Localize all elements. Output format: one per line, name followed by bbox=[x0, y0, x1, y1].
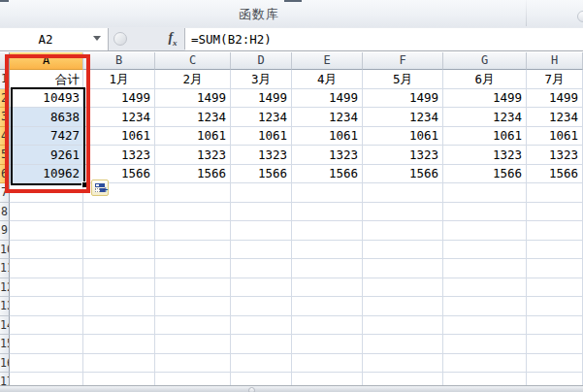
row-header-6[interactable]: 6 bbox=[0, 165, 10, 183]
cell-H7[interactable] bbox=[527, 183, 583, 203]
name-box-dropdown-icon[interactable] bbox=[93, 36, 101, 41]
cell-E15[interactable] bbox=[292, 335, 363, 354]
cell-E14[interactable] bbox=[292, 316, 363, 335]
cell-B10[interactable] bbox=[83, 241, 155, 259]
cell-D16[interactable] bbox=[231, 354, 292, 373]
cell-G7[interactable] bbox=[443, 183, 527, 203]
cell-C6[interactable]: 1566 bbox=[155, 165, 231, 183]
cell-G6[interactable]: 1566 bbox=[443, 165, 527, 183]
cell-H6[interactable]: 1566 bbox=[527, 165, 583, 183]
cell-D17[interactable] bbox=[231, 373, 292, 385]
cell-A14[interactable] bbox=[10, 316, 83, 335]
cell-C11[interactable] bbox=[155, 259, 231, 278]
cell-A16[interactable] bbox=[10, 354, 83, 373]
cell-C12[interactable] bbox=[155, 278, 231, 297]
cell-F4[interactable]: 1061 bbox=[363, 127, 443, 146]
cell-H16[interactable] bbox=[527, 354, 583, 373]
cell-D12[interactable] bbox=[231, 278, 292, 297]
cell-A3[interactable]: 8638 bbox=[10, 108, 83, 127]
cell-D5[interactable]: 1323 bbox=[231, 146, 292, 165]
cell-H12[interactable] bbox=[527, 278, 583, 297]
cell-C7[interactable] bbox=[155, 183, 231, 203]
fill-handle[interactable] bbox=[81, 181, 87, 187]
cell-C10[interactable] bbox=[155, 241, 231, 259]
dialog-launcher-icon[interactable] bbox=[577, 11, 583, 22]
cell-G16[interactable] bbox=[443, 354, 527, 373]
cell-F3[interactable]: 1234 bbox=[363, 108, 443, 127]
cell-G17[interactable] bbox=[443, 373, 527, 385]
cell-B16[interactable] bbox=[83, 354, 155, 373]
cell-H14[interactable] bbox=[527, 316, 583, 335]
cell-A13[interactable] bbox=[10, 297, 83, 316]
cell-B2[interactable]: 1499 bbox=[83, 89, 155, 108]
column-header-A[interactable]: A bbox=[10, 52, 83, 70]
cell-G12[interactable] bbox=[443, 278, 527, 297]
cell-A8[interactable] bbox=[10, 203, 83, 221]
cell-B12[interactable] bbox=[83, 278, 155, 297]
cell-C16[interactable] bbox=[155, 354, 231, 373]
cell-H8[interactable] bbox=[527, 203, 583, 221]
row-header-5[interactable]: 5 bbox=[0, 146, 10, 165]
cell-F7[interactable] bbox=[363, 183, 443, 203]
cell-F17[interactable] bbox=[363, 373, 443, 385]
cell-H13[interactable] bbox=[527, 297, 583, 316]
cell-E4[interactable]: 1061 bbox=[292, 127, 363, 146]
cell-A17[interactable] bbox=[10, 373, 83, 385]
cell-C9[interactable] bbox=[155, 221, 231, 241]
cell-B11[interactable] bbox=[83, 259, 155, 278]
cell-H2[interactable]: 1499 bbox=[527, 89, 583, 108]
cell-B5[interactable]: 1323 bbox=[83, 146, 155, 165]
cell-H17[interactable] bbox=[527, 373, 583, 385]
cell-A9[interactable] bbox=[10, 221, 83, 241]
cell-C1[interactable]: 2月 bbox=[155, 70, 231, 89]
row-header-7[interactable]: 7 bbox=[0, 183, 10, 203]
cell-F14[interactable] bbox=[363, 316, 443, 335]
row-header-3[interactable]: 3 bbox=[0, 108, 10, 127]
cell-G4[interactable]: 1061 bbox=[443, 127, 527, 146]
cell-B1[interactable]: 1月 bbox=[83, 70, 155, 89]
row-header-15[interactable]: 15 bbox=[0, 335, 10, 354]
row-header-14[interactable]: 14 bbox=[0, 316, 10, 335]
cell-G10[interactable] bbox=[443, 241, 527, 259]
column-header-C[interactable]: C bbox=[155, 52, 231, 70]
cell-E13[interactable] bbox=[292, 297, 363, 316]
cell-G14[interactable] bbox=[443, 316, 527, 335]
cell-A2[interactable]: 10493 bbox=[10, 89, 83, 108]
cell-G11[interactable] bbox=[443, 259, 527, 278]
cell-E8[interactable] bbox=[292, 203, 363, 221]
cell-F12[interactable] bbox=[363, 278, 443, 297]
cell-A1[interactable]: 合计 bbox=[10, 70, 83, 89]
column-header-E[interactable]: E bbox=[292, 52, 363, 70]
cell-B17[interactable] bbox=[83, 373, 155, 385]
cell-E7[interactable] bbox=[292, 183, 363, 203]
cell-G1[interactable]: 6月 bbox=[443, 70, 527, 89]
cell-B4[interactable]: 1061 bbox=[83, 127, 155, 146]
insert-function-icon[interactable]: fx bbox=[161, 30, 184, 49]
horizontal-scrollbar[interactable] bbox=[0, 385, 583, 392]
cell-D6[interactable]: 1566 bbox=[231, 165, 292, 183]
cell-C2[interactable]: 1499 bbox=[155, 89, 231, 108]
auto-fill-options-button[interactable]: + bbox=[91, 180, 109, 196]
cell-B15[interactable] bbox=[83, 335, 155, 354]
cell-H1[interactable]: 7月 bbox=[527, 70, 583, 89]
cell-A11[interactable] bbox=[10, 259, 83, 278]
cell-G9[interactable] bbox=[443, 221, 527, 241]
cell-E5[interactable]: 1323 bbox=[292, 146, 363, 165]
cell-D8[interactable] bbox=[231, 203, 292, 221]
row-header-17[interactable]: 17 bbox=[0, 373, 10, 385]
cell-F16[interactable] bbox=[363, 354, 443, 373]
cell-E11[interactable] bbox=[292, 259, 363, 278]
cell-E17[interactable] bbox=[292, 373, 363, 385]
cell-C4[interactable]: 1061 bbox=[155, 127, 231, 146]
cell-H15[interactable] bbox=[527, 335, 583, 354]
cell-F1[interactable]: 5月 bbox=[363, 70, 443, 89]
cell-D9[interactable] bbox=[231, 221, 292, 241]
cell-F11[interactable] bbox=[363, 259, 443, 278]
cell-D10[interactable] bbox=[231, 241, 292, 259]
formula-input[interactable]: =SUM(B2:H2) bbox=[185, 28, 583, 50]
column-header-H[interactable]: H bbox=[527, 52, 583, 70]
cell-A6[interactable]: 10962 bbox=[10, 165, 83, 183]
cell-C17[interactable] bbox=[155, 373, 231, 385]
cell-E6[interactable]: 1566 bbox=[292, 165, 363, 183]
cell-H4[interactable]: 1061 bbox=[527, 127, 583, 146]
